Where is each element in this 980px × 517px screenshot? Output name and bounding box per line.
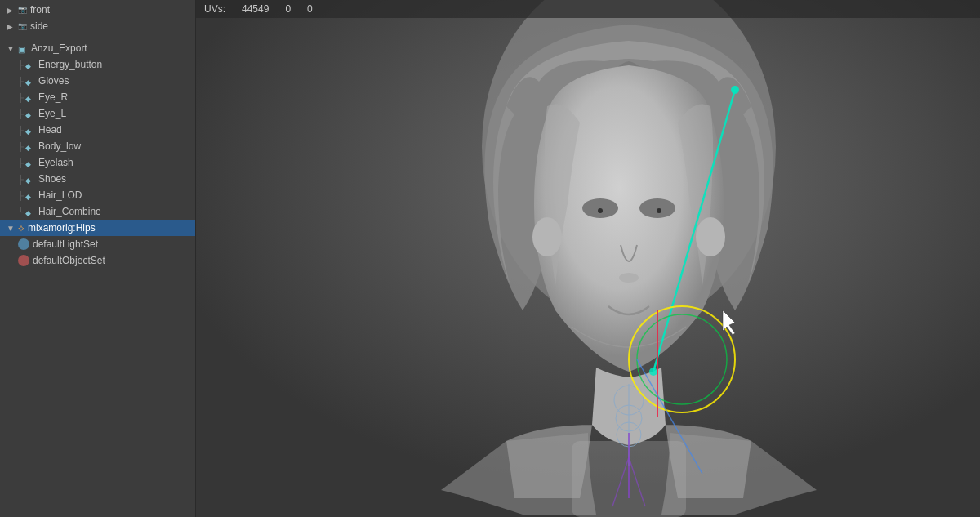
- head-label: Head: [38, 124, 62, 136]
- camera-icon-side: 📷: [18, 22, 27, 30]
- bone-icon: ⟡: [18, 222, 24, 234]
- svg-point-2: [696, 217, 725, 256]
- tree-item-eye-l[interactable]: ├ Eye_L: [0, 105, 195, 122]
- uvs-val2: 0: [307, 3, 313, 15]
- connector-icon-eye-l: ├: [18, 109, 24, 118]
- camera-front-label: front: [30, 4, 50, 16]
- hair-combine-label: Hair_Combine: [38, 206, 101, 217]
- tree-item-hair-lod[interactable]: ├ Hair_LOD: [0, 187, 195, 203]
- hair-lod-label: Hair_LOD: [38, 189, 82, 201]
- expand-arrow: ▶: [7, 6, 18, 15]
- connector-icon-shoes: ├: [18, 175, 24, 184]
- connector-icon-eye-r: ├: [18, 93, 24, 102]
- mesh-icon-head: [25, 125, 35, 135]
- mesh-icon-energy: [25, 60, 35, 69]
- tree-item-default-light-set[interactable]: defaultLightSet: [0, 236, 195, 252]
- tree-item-default-object-set[interactable]: defaultObjectSet: [0, 252, 195, 269]
- expand-arrow-anzu: ▼: [7, 44, 18, 53]
- tree-item-hips-bone[interactable]: ▼ ⟡ mixamorig:Hips: [0, 220, 195, 236]
- scene-hierarchy-panel[interactable]: ▶ 📷 front ▶ 📷 side ▼ Anzu_Export ├ Energ…: [0, 0, 196, 517]
- tree-item-energy-button[interactable]: ├ Energy_button: [0, 56, 195, 73]
- camera-side[interactable]: ▶ 📷 side: [0, 18, 195, 34]
- tree-item-shoes[interactable]: ├ Shoes: [0, 171, 195, 187]
- default-light-set-label: defaultLightSet: [33, 238, 98, 250]
- expand-arrow-side: ▶: [7, 22, 18, 31]
- scene-tree: ▼ Anzu_Export ├ Energy_button ├ Gloves ├…: [0, 38, 195, 270]
- tree-item-body-low[interactable]: ├ Body_low: [0, 138, 195, 154]
- light-set-icon: [18, 238, 29, 250]
- mesh-icon-hair-lod: [25, 190, 35, 200]
- connector-icon-gloves: ├: [18, 77, 24, 86]
- gloves-label: Gloves: [38, 75, 69, 87]
- connector-icon-body: ├: [18, 142, 24, 151]
- camera-front[interactable]: ▶ 📷 front: [0, 2, 195, 18]
- svg-point-3: [532, 217, 562, 256]
- connector-icon-head: ├: [18, 126, 24, 135]
- svg-point-16: [649, 368, 657, 376]
- svg-point-8: [619, 273, 639, 283]
- tree-item-eye-r[interactable]: ├ Eye_R: [0, 89, 195, 105]
- connector-icon: ├: [18, 60, 24, 69]
- character-viewport-svg: [196, 0, 980, 517]
- tree-item-hair-combine[interactable]: └ Hair_Combine: [0, 203, 195, 220]
- svg-point-7: [657, 208, 662, 213]
- mesh-icon-body: [25, 141, 35, 151]
- shoes-label: Shoes: [38, 173, 66, 185]
- energy-button-label: Energy_button: [38, 59, 102, 70]
- connector-icon-eyelash: ├: [18, 158, 24, 167]
- eye-l-label: Eye_L: [38, 108, 66, 119]
- mesh-icon-eye-r: [25, 92, 35, 102]
- tree-item-eyelash[interactable]: ├ Eyelash: [0, 154, 195, 171]
- svg-point-5: [639, 198, 675, 218]
- uvs-count: 44549: [242, 3, 269, 15]
- connector-icon-hair-combine: └: [18, 207, 24, 216]
- expand-arrow-hips: ▼: [7, 224, 18, 233]
- 3d-viewport[interactable]: UVs: 44549 0 0: [196, 0, 980, 517]
- svg-point-6: [598, 208, 603, 213]
- anzu-export-label: Anzu_Export: [31, 42, 87, 54]
- svg-point-15: [731, 86, 739, 94]
- mesh-icon-eyelash: [25, 158, 35, 167]
- tree-item-head[interactable]: ├ Head: [0, 122, 195, 138]
- connector-icon-hair-lod: ├: [18, 191, 24, 200]
- hips-label: mixamorig:Hips: [28, 222, 96, 234]
- eye-r-label: Eye_R: [38, 91, 68, 103]
- camera-icon: 📷: [18, 6, 27, 14]
- tree-item-gloves[interactable]: ├ Gloves: [0, 73, 195, 89]
- mesh-icon-eye-l: [25, 109, 35, 118]
- viewport-topbar: UVs: 44549 0 0: [196, 0, 980, 18]
- tree-item-anzu-export[interactable]: ▼ Anzu_Export: [0, 40, 195, 56]
- camera-items: ▶ 📷 front ▶ 📷 side: [0, 0, 195, 38]
- default-object-set-label: defaultObjectSet: [33, 255, 105, 266]
- body-low-label: Body_low: [38, 140, 81, 152]
- mesh-icon-shoes: [25, 174, 35, 184]
- uvs-val1: 0: [285, 3, 291, 15]
- object-set-icon: [18, 255, 29, 266]
- mesh-icon-gloves: [25, 76, 35, 86]
- camera-side-label: side: [30, 20, 48, 32]
- eyelash-label: Eyelash: [38, 157, 74, 168]
- group-icon: [18, 43, 28, 53]
- mesh-icon-hair-combine: [25, 207, 35, 216]
- uvs-label: UVs:: [204, 3, 225, 15]
